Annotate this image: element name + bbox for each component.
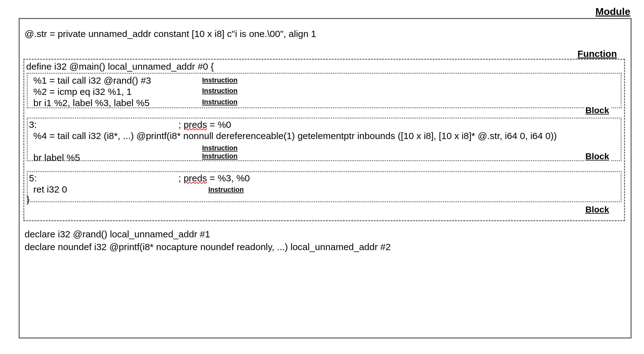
function-box: define i32 @main() local_unnamed_addr #0… bbox=[23, 59, 625, 221]
instruction-label: Instruction bbox=[202, 144, 238, 152]
block-header-3: 5:; preds = %3, %0 bbox=[29, 173, 250, 184]
preds-suffix: = %0 bbox=[207, 119, 231, 130]
block-label-2: Block bbox=[584, 152, 610, 161]
preds-suffix: = %3, %0 bbox=[207, 173, 250, 183]
preds-word: preds bbox=[184, 119, 207, 130]
block-header-2: 3:; preds = %0 bbox=[29, 119, 231, 130]
block2-label: 3: bbox=[29, 119, 37, 130]
instruction-text: %4 = tail call i32 (i8*, ...) @printf(i8… bbox=[33, 130, 618, 142]
function-footer: } bbox=[26, 194, 30, 205]
instruction-label: Instruction bbox=[202, 98, 238, 106]
module-declares: declare i32 @rand() local_unnamed_addr #… bbox=[25, 228, 626, 253]
block3-label: 5: bbox=[29, 173, 37, 183]
module-global-string: @.str = private unnamed_addr constant [1… bbox=[25, 28, 626, 40]
block-box-3: 5:; preds = %3, %0 ret i32 0 } Instructi… bbox=[27, 171, 622, 202]
function-header: define i32 @main() local_unnamed_addr #0… bbox=[26, 61, 623, 72]
instruction-text: ret i32 0 bbox=[33, 184, 67, 195]
declare-line: declare noundef i32 @printf(i8* nocaptur… bbox=[25, 241, 626, 254]
instruction-text: br i1 %2, label %3, label %5 bbox=[33, 97, 150, 109]
instruction-label: Instruction bbox=[202, 152, 238, 160]
preds-prefix: ; bbox=[178, 173, 184, 183]
preds-word: preds bbox=[184, 173, 207, 183]
instruction-label: Instruction bbox=[208, 186, 244, 194]
block-label-1: Block bbox=[584, 106, 610, 115]
diagram-canvas: Module @.str = private unnamed_addr cons… bbox=[6, 6, 638, 348]
function-label: Function bbox=[576, 49, 618, 59]
block-label-3: Block bbox=[584, 205, 610, 215]
instruction-label: Instruction bbox=[202, 87, 238, 95]
instruction-text: %2 = icmp eq i32 %1, 1 bbox=[33, 86, 132, 97]
instruction-label: Instruction bbox=[202, 76, 238, 84]
preds-prefix: ; bbox=[178, 119, 184, 130]
module-label: Module bbox=[594, 6, 632, 17]
module-box: @.str = private unnamed_addr constant [1… bbox=[19, 18, 632, 338]
instruction-text: %1 = tail call i32 @rand() #3 bbox=[33, 75, 151, 86]
instruction-text: br label %5 bbox=[33, 152, 80, 163]
block-box-2: 3:; preds = %0 %4 = tail call i32 (i8*, … bbox=[27, 118, 622, 161]
block-box-1: %1 = tail call i32 @rand() #3 %2 = icmp … bbox=[27, 73, 622, 108]
declare-line: declare i32 @rand() local_unnamed_addr #… bbox=[25, 228, 626, 241]
